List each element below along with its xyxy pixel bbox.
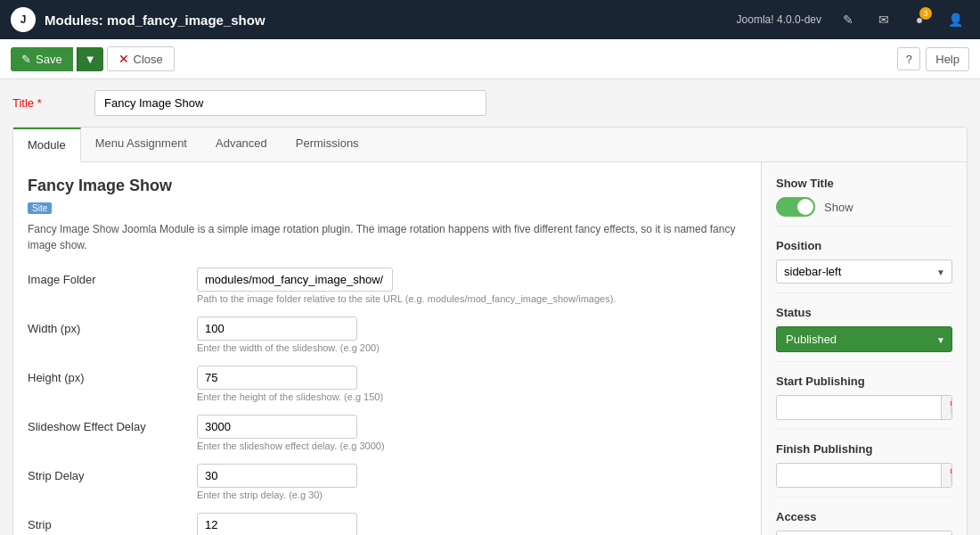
close-label: Close: [134, 53, 163, 66]
user-icon[interactable]: 👤: [941, 5, 969, 34]
required-star: *: [37, 96, 42, 110]
close-button[interactable]: ✕ Close: [107, 46, 175, 71]
height-group: Height (px) Enter the height of the slid…: [28, 366, 747, 402]
brand-label: Joomla! 4.0.0-dev: [737, 13, 821, 26]
tab-permissions[interactable]: Permissions: [282, 128, 373, 162]
image-folder-hint: Path to the image folder relative to the…: [197, 293, 747, 304]
module-heading: Fancy Image Show: [28, 177, 747, 195]
start-publishing-calendar-btn[interactable]: 📅: [941, 396, 952, 419]
access-select[interactable]: Public Guest Registered Special Super Us…: [776, 531, 952, 535]
width-input[interactable]: [197, 317, 357, 341]
navbar: J Modules: mod_fancy_image_show Joomla! …: [0, 0, 980, 39]
strip-delay-row: Strip Delay: [28, 464, 747, 488]
show-title-label: Show Title: [776, 177, 952, 190]
strip-delay-label: Strip Delay: [28, 464, 188, 482]
image-folder-row: Image Folder: [28, 268, 747, 292]
width-hint: Enter the width of the slideshow. (e.g 2…: [197, 342, 747, 353]
content-area: Fancy Image Show Site Fancy Image Show J…: [13, 162, 967, 535]
notification-badge: 3: [919, 7, 932, 20]
effect-delay-group: Slideshow Effect Delay Enter the slidesh…: [28, 415, 747, 451]
effect-delay-row: Slideshow Effect Delay: [28, 415, 747, 439]
save-dropdown-button[interactable]: ▼: [77, 47, 103, 71]
effect-delay-input[interactable]: [197, 415, 357, 439]
close-x-icon: ✕: [118, 52, 129, 66]
navbar-left: J Modules: mod_fancy_image_show: [11, 7, 265, 32]
strip-group: Strip Enter the strip. (e.g 12): [28, 513, 747, 535]
show-title-toggle-row: Show: [776, 197, 952, 217]
title-input[interactable]: [94, 90, 486, 116]
divider-5: [776, 497, 952, 498]
divider-1: [776, 226, 952, 226]
save-icon: ✎: [21, 53, 31, 66]
position-select-wrapper: sidebar-left sidebar-right top bottom: [776, 259, 952, 284]
main-panel: Fancy Image Show Site Fancy Image Show J…: [13, 162, 762, 535]
tab-menu-assignment[interactable]: Menu Assignment: [81, 128, 201, 162]
height-input[interactable]: [197, 366, 357, 390]
strip-label: Strip: [28, 513, 188, 531]
finish-publishing-label: Finish Publishing: [776, 442, 952, 456]
effect-delay-hint: Enter the slideshow effect delay. (e.g 3…: [197, 440, 747, 451]
help-label: Help: [935, 53, 960, 66]
help-q-button[interactable]: ?: [897, 47, 920, 70]
width-label: Width (px): [28, 317, 188, 335]
access-label: Access: [776, 510, 952, 523]
finish-publishing-row: 📅: [776, 463, 952, 488]
start-publishing-input[interactable]: [777, 397, 941, 419]
side-panel: Show Title Show Position sidebar-left si…: [762, 162, 967, 535]
module-description: Fancy Image Show Joomla Module is a simp…: [28, 221, 747, 253]
strip-delay-input[interactable]: [197, 464, 357, 488]
effect-delay-label: Slideshow Effect Delay: [28, 415, 188, 433]
site-badge: Site: [28, 202, 52, 214]
start-publishing-row: 📅: [776, 395, 952, 420]
start-publishing-label: Start Publishing: [776, 374, 952, 388]
width-row: Width (px): [28, 317, 747, 341]
status-select[interactable]: Published Unpublished Trashed: [776, 326, 952, 352]
tab-advanced[interactable]: Advanced: [201, 128, 282, 162]
title-text: Title: [12, 96, 37, 110]
tab-module[interactable]: Module: [13, 128, 81, 162]
status-label: Status: [776, 306, 952, 319]
edit-icon[interactable]: ✎: [834, 5, 862, 34]
strip-input[interactable]: [197, 513, 357, 535]
help-button[interactable]: Help: [926, 47, 969, 71]
finish-publishing-input[interactable]: [777, 465, 941, 487]
divider-2: [776, 292, 952, 293]
title-row: Title *: [12, 90, 968, 116]
width-group: Width (px) Enter the width of the slides…: [28, 317, 747, 353]
strip-row: Strip: [28, 513, 747, 535]
toolbar-left: ✎ Save ▼ ✕ Close: [11, 46, 175, 71]
bell-icon[interactable]: ● 3: [905, 5, 934, 34]
show-title-toggle[interactable]: [776, 197, 815, 217]
status-select-wrapper: Published Unpublished Trashed: [776, 326, 952, 352]
image-folder-label: Image Folder: [28, 268, 188, 286]
module-card: Module Menu Assignment Advanced Permissi…: [12, 127, 968, 535]
position-label: Position: [776, 239, 952, 252]
joomla-logo: J: [11, 7, 36, 32]
save-label: Save: [36, 53, 62, 66]
height-hint: Enter the height of the slideshow. (e.g …: [197, 391, 747, 402]
image-folder-group: Image Folder Path to the image folder re…: [28, 268, 747, 304]
strip-delay-hint: Enter the strip delay. (e.g 30): [197, 490, 747, 500]
image-folder-input[interactable]: [197, 268, 393, 292]
main-area: Title * Module Menu Assignment Advanced …: [0, 79, 980, 535]
title-label: Title *: [12, 96, 84, 110]
navbar-title: Modules: mod_fancy_image_show: [45, 12, 265, 28]
save-button[interactable]: ✎ Save: [11, 47, 73, 71]
help-q-label: ?: [906, 53, 912, 66]
tabs: Module Menu Assignment Advanced Permissi…: [13, 128, 967, 162]
finish-publishing-calendar-btn[interactable]: 📅: [941, 464, 952, 487]
divider-3: [776, 361, 952, 362]
toolbar: ✎ Save ▼ ✕ Close ? Help: [0, 39, 980, 79]
position-select[interactable]: sidebar-left sidebar-right top bottom: [776, 259, 952, 284]
strip-delay-group: Strip Delay Enter the strip delay. (e.g …: [28, 464, 747, 500]
mail-icon[interactable]: ✉: [870, 5, 898, 34]
show-title-toggle-text: Show: [824, 201, 853, 214]
toggle-knob: [797, 199, 813, 215]
height-label: Height (px): [28, 366, 188, 384]
access-select-wrapper: Public Guest Registered Special Super Us…: [776, 531, 952, 535]
height-row: Height (px): [28, 366, 747, 390]
navbar-right: Joomla! 4.0.0-dev ✎ ✉ ● 3 👤: [737, 5, 969, 34]
toolbar-right: ? Help: [897, 47, 969, 71]
divider-4: [776, 429, 952, 430]
